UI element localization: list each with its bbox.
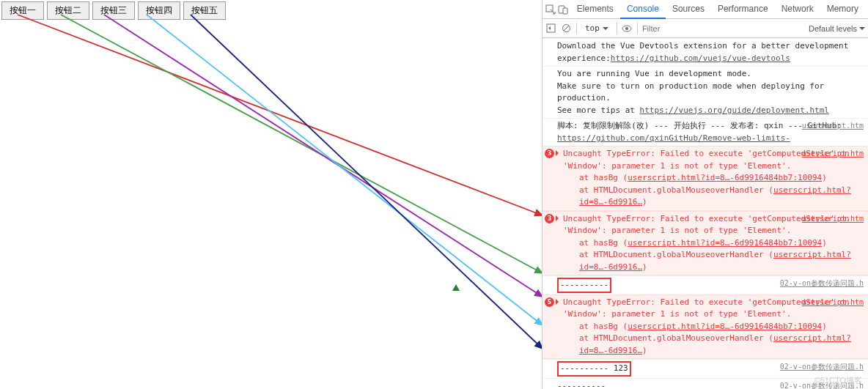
devtools-tab-console[interactable]: Console: [620, 0, 666, 19]
console-error: 3userscript.htmUncaught TypeError: Faile…: [542, 146, 868, 211]
watermark: ©51CTO博客: [814, 375, 862, 386]
devtools-tabs: ElementsConsoleSourcesPerformanceNetwork…: [542, 0, 868, 19]
clear-console-icon[interactable]: [561, 23, 572, 34]
context-select[interactable]: top: [581, 22, 612, 34]
console-log: You are running Vue in development mode.…: [542, 66, 868, 118]
devtools-panel: ElementsConsoleSourcesPerformanceNetwork…: [542, 0, 868, 389]
console-error: 3userscript.htmUncaught TypeError: Faile…: [542, 211, 868, 276]
page-button-bar: 按钮一按钮二按钮三按钮四按钮五: [1, 1, 226, 20]
page-button-5[interactable]: 按钮五: [183, 1, 226, 20]
log-levels-select[interactable]: Default levels: [809, 24, 865, 33]
devtools-tab-network[interactable]: Network: [775, 0, 820, 19]
svg-point-11: [625, 27, 628, 30]
filter-input[interactable]: [642, 24, 804, 33]
console-toolbar: top Default levels: [542, 19, 868, 38]
svg-line-3: [147, 15, 542, 325]
console-log: 02-v-on参数传递问题.h----------: [542, 275, 868, 294]
filter-input-wrap: [642, 24, 804, 33]
devtools-tab-sources[interactable]: Sources: [666, 0, 711, 19]
console-error: 5userscript.htmUncaught TypeError: Faile…: [542, 294, 868, 360]
devtools-tab-elements[interactable]: Elements: [570, 0, 620, 19]
inspect-icon[interactable]: [545, 4, 556, 15]
svg-rect-8: [547, 24, 555, 32]
svg-line-4: [191, 15, 542, 349]
console-log: userscript.htm脚本: 复制限制解除(改) --- 开始执行 ---…: [542, 118, 868, 146]
page-button-3[interactable]: 按钮三: [92, 1, 135, 20]
svg-line-1: [61, 15, 542, 273]
svg-line-0: [18, 15, 542, 215]
console-output: Download the Vue Devtools extension for …: [542, 38, 868, 389]
page-button-4[interactable]: 按钮四: [138, 1, 180, 20]
live-expr-icon[interactable]: [622, 23, 633, 34]
device-icon[interactable]: [558, 4, 569, 15]
devtools-tab-memory[interactable]: Memory: [820, 0, 865, 19]
devtools-tab-performance[interactable]: Performance: [711, 0, 775, 19]
svg-line-2: [104, 15, 542, 297]
page-button-2[interactable]: 按钮二: [47, 1, 89, 20]
console-log: Download the Vue Devtools extension for …: [542, 38, 868, 66]
sidebar-toggle-icon[interactable]: [545, 23, 556, 34]
page-button-1[interactable]: 按钮一: [1, 1, 44, 20]
svg-rect-7: [563, 8, 567, 14]
